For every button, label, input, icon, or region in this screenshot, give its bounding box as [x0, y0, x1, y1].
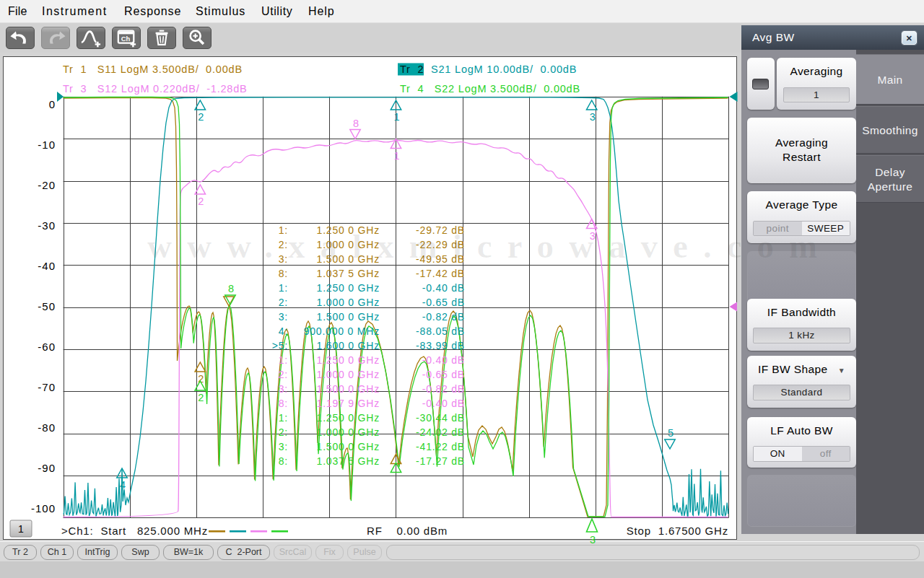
svg-text:-17.27 dB: -17.27 dB [416, 455, 465, 467]
svg-text:1.600 0 GHz: 1.600 0 GHz [317, 340, 380, 351]
svg-text:Tr 2: Tr 2 [400, 64, 424, 75]
svg-text:-50: -50 [38, 300, 56, 312]
svg-text:1.197 9 GHz: 1.197 9 GHz [317, 398, 380, 409]
svg-text:-0.40 dB: -0.40 dB [422, 398, 465, 409]
svg-text:3: 3 [590, 534, 596, 546]
svg-text:>Ch1: Start 825.000 MHz: >Ch1: Start 825.000 MHz [61, 525, 208, 537]
svg-text:1:: 1: [279, 354, 288, 366]
svg-text:1:: 1: [279, 282, 288, 294]
svg-text:Tr 1 S11 LogM 3.500dB/ 0.0: Tr 1 S11 LogM 3.500dB/ 0.00dB [63, 64, 243, 75]
svg-text:1.500 0 GHz: 1.500 0 GHz [317, 441, 380, 452]
svg-text:-0.82 dB: -0.82 dB [422, 383, 465, 395]
svg-text:3:: 3: [279, 311, 288, 323]
svg-text:-0.65 dB: -0.65 dB [422, 369, 465, 380]
svg-text:-0.82 dB: -0.82 dB [422, 311, 465, 323]
svg-text:3:: 3: [279, 383, 288, 395]
svg-text:RF 0.00 dBm: RF 0.00 dBm [367, 525, 448, 537]
svg-text:3: 3 [590, 111, 596, 123]
svg-text:-40: -40 [38, 260, 56, 272]
svg-text:Ch: Ch [121, 35, 131, 43]
svg-text:2:: 2: [279, 369, 288, 380]
svg-text:5: 5 [668, 427, 674, 439]
svg-text:-30.44 dB: -30.44 dB [416, 412, 465, 424]
svg-text:8: 8 [353, 118, 359, 129]
svg-text:1.250 0 GHz: 1.250 0 GHz [317, 412, 380, 424]
svg-text:4: 4 [120, 479, 126, 491]
svg-text:1.250 0 GHz: 1.250 0 GHz [317, 354, 380, 366]
svg-text:1.000 0 GHz: 1.000 0 GHz [317, 369, 380, 380]
svg-text:Tr 4 S22 LogM 3.500dB/ 0.0: Tr 4 S22 LogM 3.500dB/ 0.00dB [400, 83, 580, 95]
svg-text:-0.65 dB: -0.65 dB [422, 297, 465, 308]
svg-text:2:: 2: [279, 426, 288, 438]
svg-text:2: 2 [198, 196, 204, 207]
svg-text:1.037 5 GHz: 1.037 5 GHz [317, 268, 380, 279]
svg-text:>5:: >5: [272, 340, 288, 351]
svg-text:8: 8 [228, 283, 234, 294]
svg-text:-70: -70 [38, 381, 56, 393]
svg-text:8:: 8: [279, 455, 288, 467]
svg-text:1.037 5 GHz: 1.037 5 GHz [317, 455, 380, 467]
svg-text:-83.99 dB: -83.99 dB [416, 340, 465, 351]
svg-text:900.000 0 MHz: 900.000 0 MHz [304, 325, 380, 337]
svg-text:-90: -90 [38, 462, 56, 474]
svg-text:-0.40 dB: -0.40 dB [422, 354, 465, 366]
svg-text:-100: -100 [31, 502, 56, 514]
svg-text:-80: -80 [38, 421, 56, 434]
svg-text:8:: 8: [279, 398, 288, 409]
svg-text:-30: -30 [38, 219, 56, 232]
svg-text:-17.42 dB: -17.42 dB [416, 268, 465, 279]
svg-text:Tr 3 S12 LogM 0.220dB/ -1.: Tr 3 S12 LogM 0.220dB/ -1.28dB [63, 83, 248, 95]
svg-text:3:: 3: [279, 441, 288, 452]
svg-text:1.000 0 GHz: 1.000 0 GHz [317, 426, 380, 438]
svg-text:1: 1 [393, 111, 399, 123]
svg-text:-60: -60 [38, 341, 56, 353]
svg-text:4:: 4: [279, 325, 288, 337]
svg-text:-24.02 dB: -24.02 dB [416, 426, 465, 438]
svg-text:1: 1 [393, 150, 399, 162]
svg-text:0: 0 [49, 98, 56, 110]
svg-text:Stop 1.67500 GHz: Stop 1.67500 GHz [627, 525, 728, 537]
svg-text:S21 LogM 10.00dB/ 0.00dB: S21 LogM 10.00dB/ 0.00dB [431, 64, 577, 75]
svg-text:-88.05 dB: -88.05 dB [416, 325, 465, 337]
svg-text:-41.22 dB: -41.22 dB [416, 441, 465, 452]
svg-text:1: 1 [18, 523, 24, 535]
svg-text:1.000 0 GHz: 1.000 0 GHz [317, 297, 380, 308]
svg-text:1.500 0 GHz: 1.500 0 GHz [317, 311, 380, 323]
svg-text:2: 2 [198, 111, 204, 123]
svg-text:1:: 1: [279, 412, 288, 424]
svg-text:-0.40 dB: -0.40 dB [422, 282, 465, 294]
svg-text:2:: 2: [279, 297, 288, 308]
svg-text:8:: 8: [279, 268, 288, 279]
svg-text:-10: -10 [38, 139, 56, 151]
svg-text:1.500 0 GHz: 1.500 0 GHz [317, 383, 380, 395]
svg-text:1.250 0 GHz: 1.250 0 GHz [317, 282, 380, 294]
svg-text:2: 2 [198, 392, 204, 403]
svg-text:-20: -20 [38, 179, 56, 191]
